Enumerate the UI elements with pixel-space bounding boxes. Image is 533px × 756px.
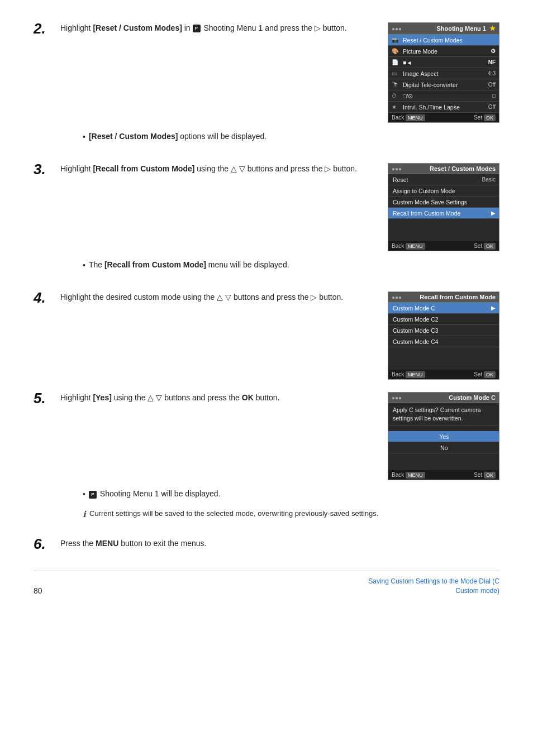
ok-key-5: OK [484,472,496,479]
camera-ui-step5-title: ●●● Custom Mode C [388,393,499,403]
step-4-content: Highlight the desired custom mode using … [60,291,499,380]
step-4-block: 4. Highlight the desired custom mode usi… [34,291,499,380]
step-4-left: Highlight the desired custom mode using … [60,291,377,308]
step-2-text: Highlight [Reset / Custom Modes] in P Sh… [60,22,377,34]
bullet-dot-2: • [83,131,85,143]
menu-key-3: MENU [406,243,425,250]
step-5-row: 5. Highlight [Yes] using the △ ▽ buttons… [34,392,499,525]
cmc-arrow: ▶ [491,305,496,311]
step-3-text: Highlight [Recall from Custom Mode] usin… [60,163,377,175]
page-footer: 80 Saving Custom Settings to the Mode Di… [34,577,499,596]
step-3-left: Highlight [Recall from Custom Mode] usin… [60,163,377,179]
step-5-bullet: • P Shooting Menu 1 will be displayed. [83,488,499,500]
set-label-5: Set OK [474,472,496,478]
camera-footer-3: Back MENU Set OK [388,241,499,251]
camera-row-val-4: 4:3 [488,70,496,76]
camera-row-save: Custom Mode Save Settings [388,197,499,208]
step-4-row: 4. Highlight the desired custom mode usi… [34,291,499,380]
step-5-main: Highlight [Yes] using the △ ▽ buttons an… [60,392,499,480]
camera-row-label-6: □/⊙ [402,93,492,99]
camera-ui-step3-title: ●●● Reset / Custom Modes [388,164,499,174]
camera-row-val-5: Off [488,82,496,88]
ok-key-4: OK [484,371,496,378]
camera-row-assign: Assign to Custom Mode [388,185,499,197]
step-2-row: 2. Highlight [Reset / Custom Modes] in P… [34,22,499,151]
footer-title-line2: Custom mode) [368,586,499,596]
step-5-note-text: Current settings will be saved to the se… [89,508,378,519]
step-2-bullet-text: [Reset / Custom Modes] options will be d… [89,131,266,142]
step-5-left: Highlight [Yes] using the △ ▽ buttons an… [60,392,377,408]
camera-row-interval: ★ Intrvl. Sh./Time Lapse Off [388,102,499,113]
camera-row-val-7: Off [488,104,496,110]
camera-row-label-3: ■◄ [402,59,488,66]
camera-row-label-1: Reset / Custom Modes [402,37,496,44]
ok-key-3: OK [484,243,496,250]
camera-row-picture: 🎨 Picture Mode ⚙ [388,46,499,57]
step-2-left: Highlight [Reset / Custom Modes] in P Sh… [60,22,377,39]
camera-ui-step3: ●●● Reset / Custom Modes Reset Basic Ass… [388,163,499,251]
step-3-block: 3. Highlight [Recall from Custom Mode] u… [34,163,499,279]
camera-row-val-2: ⚙ [491,48,496,54]
camera-row-label-no: No [392,444,496,451]
camera-row-label-5: Digital Tele-converter [402,82,488,88]
camera-spacer-5b [388,453,499,470]
camera-row-val-r1: Basic [482,176,496,183]
camera-row-label-4: Image Aspect [402,70,488,77]
step-3-main: Highlight [Recall from Custom Mode] usin… [60,163,499,251]
step-2-content: Highlight [Reset / Custom Modes] in P Sh… [60,22,499,151]
step-6-block: 6. Press the MENU button to exit the men… [34,538,499,554]
page-divider [34,571,499,571]
camera-row-label-c1: Custom Mode C [392,305,490,312]
camera-row-icon-3: 📄 [392,59,402,65]
camera-dots-5: ●●● [392,395,402,401]
back-label-5: Back MENU [392,472,425,478]
footer-title: Saving Custom Settings to the Mode Dial … [368,577,499,596]
step-2-block: 2. Highlight [Reset / Custom Modes] in P… [34,22,499,151]
camera-row-no: No [388,442,499,453]
step-3-bullet-text: The [Recall from Custom Mode] menu will … [89,259,289,271]
footer-title-line1: Saving Custom Settings to the Mode Dial … [368,577,499,586]
camera-row-apply: Apply C settings? Current camera setting… [388,403,499,425]
step-6-number: 6. [34,535,60,553]
camera-row-cmc2: Custom Mode C2 [388,314,499,325]
camera-row-label-c2: Custom Mode C2 [392,316,496,323]
star-icon: ★ [489,25,496,32]
camera-spacer-5a [388,425,499,431]
camera-row-cmc: Custom Mode C ▶ [388,303,499,314]
camera-row-cmc4: Custom Mode C4 [388,336,499,347]
camera-spacer-4 [388,347,499,370]
camera-row-val-6: □ [492,93,496,99]
camera-row-label-a1: Apply C settings? Current camera setting… [392,406,496,422]
back-label-3: Back MENU [392,243,425,249]
step-6-row: 6. Press the MENU button to exit the men… [34,538,499,554]
step-3-row: 3. Highlight [Recall from Custom Mode] u… [34,163,499,279]
camera-row-label-c3: Custom Mode C3 [392,327,496,334]
step-4-main: Highlight the desired custom mode using … [60,291,499,380]
camera-title-text-3: Reset / Custom Modes [430,165,496,172]
camera-row-cmc3: Custom Mode C3 [388,325,499,336]
shooting-menu-icon-5: P [89,491,97,499]
camera-footer-5: Back MENU Set OK [388,470,499,480]
camera-row-quality: 📄 ■◄ NF [388,57,499,68]
menu-key-1: MENU [406,114,425,121]
camera-dots-4: ●●● [392,294,402,300]
camera-row-icon-2: 🎨 [392,48,402,54]
set-label-1: Set OK [474,114,496,121]
ok-key-1: OK [484,114,496,121]
camera-title-text: Shooting Menu 1 [436,25,486,32]
camera-title-text-5: Custom Mode C [449,394,496,401]
menu-key-4: MENU [406,371,425,378]
recall-arrow: ▶ [491,210,496,216]
step-3-content: Highlight [Recall from Custom Mode] usin… [60,163,499,279]
camera-ui-step4-title: ●●● Recall from Custom Mode [388,292,499,303]
back-label-4: Back MENU [392,371,425,377]
back-label-1: Back MENU [392,114,425,121]
step-2-bullet: • [Reset / Custom Modes] options will be… [83,131,499,143]
camera-row-label-r1: Reset [392,176,482,183]
set-label-4: Set OK [474,371,496,377]
step-5-block: 5. Highlight [Yes] using the △ ▽ buttons… [34,392,499,525]
camera-ui-step2-title: ●●● Shooting Menu 1 ★ [388,23,499,35]
step-4-number: 4. [34,289,60,307]
step-5-number: 5. [34,390,60,407]
camera-row-yes: Yes [388,431,499,442]
